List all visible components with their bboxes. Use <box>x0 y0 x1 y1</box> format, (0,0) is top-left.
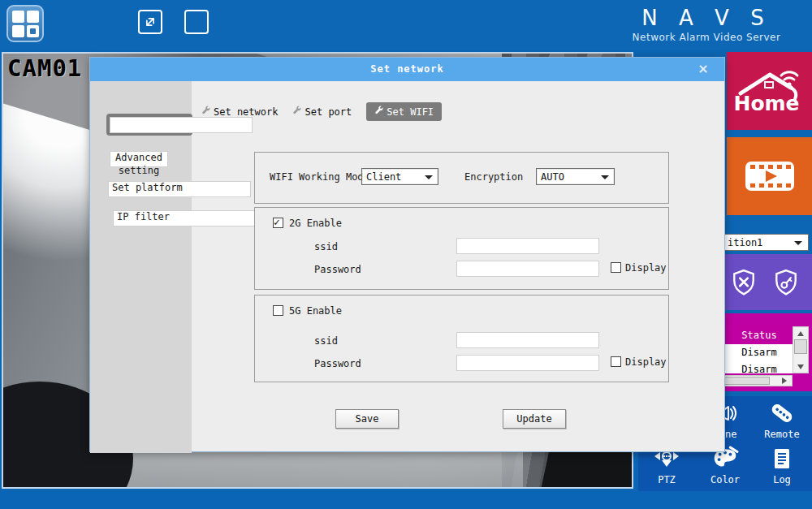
band-2g-group: 2G Enable ssid Password Display <box>254 207 669 290</box>
status-table-header: Status <box>715 326 793 344</box>
scroll-up-icon[interactable] <box>793 327 808 339</box>
encryption-value: AUTO <box>541 171 564 183</box>
tab-set-wifi[interactable]: Set WIFI <box>366 102 442 121</box>
scroll-right-icon[interactable] <box>779 376 792 386</box>
brand-subtitle: Network Alarm Video Server <box>625 32 788 43</box>
sidebar-item-label: Advanced setting <box>110 151 168 167</box>
band-5g-group: 5G Enable ssid Password Display <box>254 295 669 382</box>
home-logo-text: Home <box>734 92 800 115</box>
top-bar: N A V S Network Alarm Video Server <box>0 0 812 49</box>
wrench-icon <box>374 106 384 118</box>
close-icon[interactable]: × <box>695 61 711 77</box>
dialog-sidebar: Basic setting Advanced setting Set platf… <box>90 81 192 453</box>
log-document-icon <box>771 444 793 473</box>
encryption-label: Encryption <box>464 171 523 183</box>
playback-button[interactable] <box>727 137 812 215</box>
display-password-checkbox-5g[interactable] <box>611 356 621 367</box>
table-row[interactable]: Disarm <box>715 361 793 373</box>
arm-shield-icon[interactable] <box>773 268 799 297</box>
tab-set-port[interactable]: Set port <box>292 106 352 118</box>
grid-icon <box>12 11 39 37</box>
home-button[interactable]: Home <box>727 52 812 130</box>
ssid-label: ssid <box>314 241 338 252</box>
tab-set-network[interactable]: Set network <box>201 106 278 118</box>
set-network-dialog: Set network × Basic setting Advanced set… <box>89 57 725 452</box>
password-label: Password <box>314 358 361 369</box>
dialog-title: Set network <box>90 58 724 81</box>
expand-icon <box>142 14 158 30</box>
sidebar-item-ip-filter[interactable]: IP filter <box>113 209 191 227</box>
enable-2g-checkbox[interactable] <box>273 218 283 228</box>
wrench-icon <box>201 106 211 118</box>
wifi-mode-value: Client <box>366 171 401 183</box>
stop-button[interactable] <box>184 10 209 34</box>
table-row[interactable]: Disarm <box>715 344 793 361</box>
tool-label: Color <box>710 474 740 485</box>
app-window: N A V S Network Alarm Video Server CAM01… <box>0 0 812 509</box>
ssid-input-5g[interactable] <box>456 332 599 348</box>
brand-title: N A V S <box>625 6 788 30</box>
tool-label: Log <box>773 474 791 485</box>
tab-label: Set port <box>304 106 352 118</box>
save-button[interactable]: Save <box>335 409 399 429</box>
filmstrip-play-icon <box>745 157 795 195</box>
enable-5g-checkbox[interactable] <box>273 305 283 316</box>
encryption-select[interactable]: AUTO <box>536 168 615 185</box>
remote-icon <box>768 399 796 428</box>
ssid-input-2g[interactable] <box>456 238 599 254</box>
dialog-title-bar[interactable]: Set network × <box>90 58 724 81</box>
tool-log-button[interactable]: Log <box>755 444 809 485</box>
home-logo-icon: Home <box>734 64 806 118</box>
display-label: Display <box>625 356 667 368</box>
ssid-label: ssid <box>314 335 338 347</box>
arming-panel <box>715 254 812 310</box>
wrench-icon <box>292 106 302 118</box>
tool-remote-button[interactable]: Remote <box>755 399 809 440</box>
status-horizontal-scrollbar[interactable] <box>715 375 793 386</box>
tab-label: Set network <box>214 106 278 118</box>
status-panel: Status Disarm Disarm <box>715 313 812 391</box>
sidebar-item-set-platform[interactable]: Set platform <box>108 180 191 198</box>
brand: N A V S Network Alarm Video Server <box>625 6 788 43</box>
partition-value: ition1 <box>728 237 762 248</box>
chevron-down-icon <box>794 241 802 249</box>
wifi-mode-group: WIFI Working Mode Client Encryption AUTO <box>254 152 669 204</box>
display-label: Display <box>625 262 667 274</box>
wifi-mode-select[interactable]: Client <box>361 168 438 185</box>
password-input-5g[interactable] <box>456 355 599 371</box>
tool-label: PTZ <box>658 474 676 485</box>
layout-grid-button[interactable] <box>6 5 44 42</box>
scroll-down-icon[interactable] <box>793 361 808 373</box>
camera-name-label: CAM01 <box>7 54 82 82</box>
enable-2g-label: 2G Enable <box>289 218 342 229</box>
dialog-content: Set network Set port Set WIFI WIFI <box>192 81 724 451</box>
wifi-mode-label: WIFI Working Mode <box>270 171 369 183</box>
tool-label: Remote <box>764 429 799 440</box>
scrollbar-thumb[interactable] <box>794 339 807 354</box>
fullscreen-button[interactable] <box>138 10 162 34</box>
display-password-checkbox-2g[interactable] <box>611 262 621 273</box>
chevron-down-icon <box>601 175 609 183</box>
password-label: Password <box>314 264 361 275</box>
enable-5g-label: 5G Enable <box>289 305 342 317</box>
status-table: Status Disarm Disarm <box>715 326 793 373</box>
password-input-2g[interactable] <box>456 261 599 277</box>
tab-bar: Set network Set port Set WIFI <box>201 102 442 121</box>
update-button[interactable]: Update <box>503 409 566 429</box>
disarm-shield-icon[interactable] <box>731 268 757 297</box>
chevron-down-icon <box>425 175 433 183</box>
tab-label: Set WIFI <box>387 106 434 118</box>
status-vertical-scrollbar[interactable] <box>793 326 809 373</box>
sidebar-item-advanced-setting[interactable]: Advanced setting <box>110 145 191 174</box>
sidebar-item-basic-setting[interactable]: Basic setting <box>106 114 192 136</box>
bottom-bar <box>0 491 812 509</box>
